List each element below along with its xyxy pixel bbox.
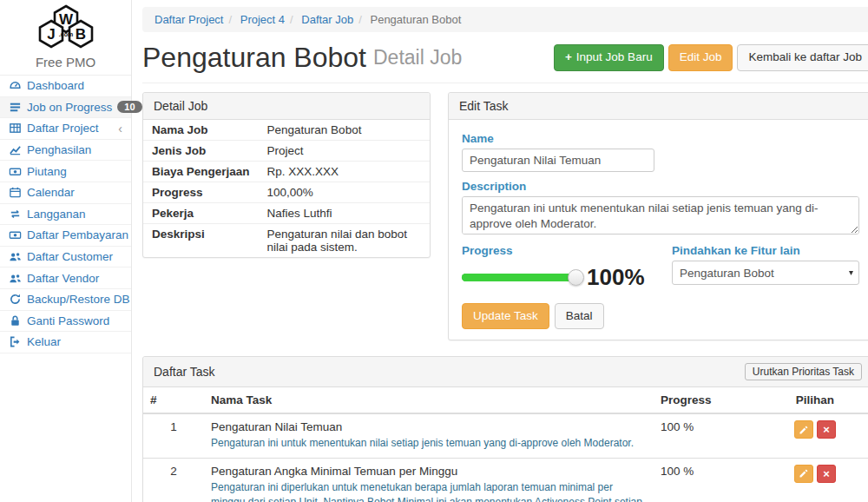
delete-icon: × bbox=[823, 424, 830, 435]
edit-task-button[interactable] bbox=[794, 465, 813, 483]
page-title: Pengaturan Bobot bbox=[142, 42, 366, 74]
task-number: 2 bbox=[143, 458, 204, 502]
page-subtitle: Detail Job bbox=[373, 46, 462, 69]
sidebar-item-penghasilan[interactable]: Penghasilan bbox=[0, 140, 131, 162]
column-header-name: Nama Task bbox=[204, 387, 654, 413]
sidebar-item-calendar[interactable]: Calendar bbox=[0, 182, 131, 204]
sidebar-item-label: Penghasilan bbox=[27, 143, 91, 156]
input-job-baru-button[interactable]: + Input Job Baru bbox=[554, 44, 664, 70]
chevron-left-icon: ‹ bbox=[118, 122, 122, 135]
column-header-actions: Pilihan bbox=[758, 387, 868, 413]
sidebar-item-daftar-pembayaran[interactable]: Daftar Pembayaran bbox=[0, 225, 131, 247]
sign-out-icon bbox=[9, 335, 22, 348]
detail-label: Progress bbox=[143, 182, 259, 203]
task-name: Pengaturan Nilai Temuan bbox=[211, 420, 647, 433]
page-header: Pengaturan Bobot Detail Job + Input Job … bbox=[142, 40, 868, 83]
move-group: Pindahkan ke Fitur lain Pengaturan Bobot… bbox=[672, 241, 859, 291]
delete-icon: × bbox=[823, 468, 830, 479]
task-table: # Nama Task Progress Pilihan 1 Pengatura… bbox=[143, 387, 868, 502]
refresh-icon bbox=[9, 293, 22, 306]
sidebar-item-ganti-password[interactable]: Ganti Password bbox=[0, 311, 131, 333]
sidebar-item-backup-restore[interactable]: Backup/Restore DB bbox=[0, 289, 131, 311]
pencil-icon bbox=[799, 468, 809, 479]
users-icon bbox=[9, 272, 22, 285]
sidebar-item-daftar-vendor[interactable]: Daftar Vendor bbox=[0, 268, 131, 289]
move-label: Pindahkan ke Fitur lain bbox=[672, 244, 859, 257]
detail-label: Nama Job bbox=[143, 120, 259, 141]
sidebar-item-label: Ganti Password bbox=[27, 314, 109, 327]
name-label: Name bbox=[462, 132, 859, 145]
daftar-task-panel: Daftar Task Urutkan Prioritas Task # Nam… bbox=[142, 356, 868, 502]
progress-label: Progress bbox=[462, 244, 672, 257]
task-name-input[interactable] bbox=[462, 149, 654, 172]
sidebar-item-piutang[interactable]: Piutang bbox=[0, 161, 131, 182]
sidebar-item-langganan[interactable]: Langganan bbox=[0, 204, 131, 226]
logo: W J B .com Free PMO bbox=[0, 0, 131, 75]
sidebar: W J B .com Free PMO Dashboard Job on Pro… bbox=[0, 0, 132, 502]
progress-slider[interactable] bbox=[462, 274, 576, 281]
breadcrumb: Daftar ProjectProject 4Daftar JobPengatu… bbox=[142, 7, 868, 32]
table-row: Jenis Job Project bbox=[143, 141, 430, 162]
users-icon bbox=[9, 250, 22, 263]
line-chart-icon bbox=[9, 143, 22, 156]
detail-job-table: Nama Job Pengaturan Bobot Jenis Job Proj… bbox=[143, 120, 430, 257]
description-label: Description bbox=[462, 180, 859, 193]
sidebar-item-job-on-progress[interactable]: Job on Progress 10 bbox=[0, 97, 131, 119]
delete-task-button[interactable]: × bbox=[817, 465, 836, 483]
task-description: Pengaturan ini untuk menentukan nilai se… bbox=[211, 436, 647, 451]
batal-button[interactable]: Batal bbox=[555, 303, 604, 329]
progress-slider-handle[interactable] bbox=[568, 269, 584, 286]
task-description: Pengaturan ini diperlukan untuk menetuka… bbox=[211, 480, 647, 502]
main-content: Daftar ProjectProject 4Daftar JobPengatu… bbox=[132, 0, 868, 502]
sidebar-item-daftar-customer[interactable]: Daftar Customer bbox=[0, 247, 131, 268]
urutkan-prioritas-button-top[interactable]: Urutkan Prioritas Task bbox=[745, 363, 862, 380]
edit-task-button[interactable] bbox=[794, 420, 813, 439]
table-row: 2 Pengaturan Angka Minimal Temuan per Mi… bbox=[143, 458, 868, 502]
move-select-value: Pengaturan Bobot bbox=[680, 267, 774, 280]
lock-icon bbox=[9, 314, 22, 327]
logo-letter-b: B bbox=[75, 26, 85, 43]
column-header-progress: Progress bbox=[654, 387, 758, 413]
sidebar-item-dashboard[interactable]: Dashboard bbox=[0, 76, 131, 97]
sidebar-item-label: Calendar bbox=[27, 186, 75, 199]
breadcrumb-daftar-job[interactable]: Daftar Job bbox=[285, 13, 353, 26]
detail-value: Pengaturan Bobot bbox=[259, 120, 430, 141]
sidebar-item-keluar[interactable]: Keluar bbox=[0, 332, 131, 353]
breadcrumb-daftar-project[interactable]: Daftar Project bbox=[155, 13, 223, 26]
detail-value: Nafies Luthfi bbox=[259, 203, 430, 224]
breadcrumb-project-4[interactable]: Project 4 bbox=[223, 13, 285, 26]
table-icon bbox=[9, 122, 22, 135]
edit-job-button[interactable]: Edit Job bbox=[668, 44, 733, 70]
task-description-textarea[interactable]: Pengaturan ini untuk menentukan nilai se… bbox=[462, 196, 859, 234]
table-row: Progress 100,00% bbox=[143, 182, 430, 203]
progress-slider-fill bbox=[462, 274, 576, 281]
sidebar-item-daftar-project[interactable]: Daftar Project ‹ bbox=[0, 118, 131, 140]
logo-letter-j: J bbox=[47, 26, 55, 43]
plus-icon: + bbox=[565, 50, 572, 64]
move-select[interactable]: Pengaturan Bobot bbox=[672, 261, 859, 285]
delete-task-button[interactable]: × bbox=[817, 420, 836, 439]
sidebar-item-label: Backup/Restore DB bbox=[27, 293, 130, 306]
detail-value: 100,00% bbox=[259, 182, 430, 203]
kembali-button[interactable]: Kembali ke daftar Job bbox=[737, 44, 868, 70]
table-row: Biaya Pengerjaan Rp. XXX.XXX bbox=[143, 162, 430, 182]
detail-value: Pengaturan nilai dan bobot nilai pada si… bbox=[259, 224, 430, 258]
edit-task-panel: Edit Task Name Description Pengaturan in… bbox=[448, 92, 868, 340]
dashboard-icon bbox=[9, 79, 22, 92]
sidebar-item-label: Job on Progress bbox=[27, 101, 112, 114]
detail-job-panel: Detail Job Nama Job Pengaturan Bobot Jen… bbox=[142, 92, 431, 258]
detail-label: Deskripsi bbox=[143, 224, 259, 258]
tasks-icon bbox=[9, 101, 22, 114]
sidebar-menu: Dashboard Job on Progress 10 Daftar Proj… bbox=[0, 75, 131, 353]
exchange-icon bbox=[9, 208, 22, 221]
edit-task-heading: Edit Task bbox=[449, 93, 868, 120]
brand-name: Free PMO bbox=[0, 55, 131, 69]
logo-letter-w: W bbox=[58, 11, 73, 28]
detail-value: Project bbox=[259, 141, 430, 162]
detail-value: Rp. XXX.XXX bbox=[259, 162, 430, 182]
task-progress: 100 % bbox=[654, 413, 758, 458]
progress-group: Progress 100% bbox=[462, 241, 672, 291]
progress-value: 100% bbox=[587, 264, 645, 291]
sidebar-item-label: Daftar Customer bbox=[27, 250, 113, 263]
update-task-button[interactable]: Update Task bbox=[462, 303, 549, 329]
